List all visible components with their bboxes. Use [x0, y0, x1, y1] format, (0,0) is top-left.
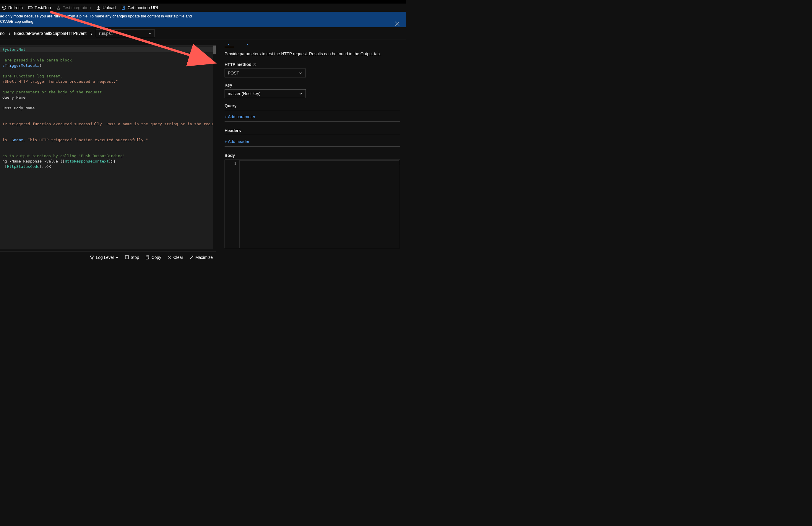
code-line	[0, 52, 213, 58]
code-line: TP triggered function executed successfu…	[0, 121, 213, 127]
code-line	[0, 132, 213, 137]
clear-button[interactable]: Clear	[168, 255, 183, 260]
breadcrumb-sep: \	[89, 31, 93, 36]
code-line: Query.Name	[0, 95, 213, 100]
clear-icon	[168, 255, 171, 259]
log-level-dropdown[interactable]: Log Level	[90, 255, 118, 260]
link-icon	[121, 5, 126, 10]
code-line	[0, 116, 213, 121]
key-select[interactable]: master (Host key)	[224, 89, 306, 98]
breadcrumb-seg-app[interactable]: no	[0, 31, 5, 36]
tab-output[interactable]: Output	[240, 44, 253, 47]
test-run-button[interactable]: Test/Run	[28, 5, 51, 10]
maximize-button[interactable]: Maximize	[190, 255, 213, 260]
code-line	[0, 111, 213, 116]
svg-rect-3	[146, 256, 148, 259]
get-function-url-button[interactable]: Get function URL	[121, 5, 159, 10]
key-value: master (Host key)	[228, 91, 260, 96]
code-line: query parameters or the body of the requ…	[0, 89, 213, 95]
body-gutter: 1	[225, 160, 240, 248]
stop-button[interactable]: Stop	[125, 255, 139, 260]
banner-line-1: ad only mode because you are running fro…	[0, 14, 404, 19]
refresh-button[interactable]: Refresh	[2, 5, 23, 10]
command-bar: Refresh Test/Run Test integration Upload…	[0, 3, 406, 12]
code-line: System.Net	[0, 47, 213, 52]
code-line: es to output bindings by calling 'Push-O…	[0, 154, 213, 159]
add-parameter-link[interactable]: + Add parameter	[224, 112, 400, 122]
code-line: zure Functions log stream.	[0, 74, 213, 79]
test-run-label: Test/Run	[34, 5, 51, 10]
svg-rect-1	[125, 255, 129, 259]
copy-label: Copy	[151, 255, 161, 260]
code-line: sTriggerMetadata)	[0, 63, 213, 68]
panel-description: Provide parameters to test the HTTP requ…	[224, 52, 400, 56]
code-line: lo, $name. This HTTP triggered function …	[0, 137, 213, 143]
svg-rect-0	[28, 6, 32, 9]
editor-scrollbar[interactable]	[213, 45, 216, 54]
code-line	[0, 100, 213, 105]
chevron-down-icon	[299, 71, 303, 75]
copy-icon	[146, 255, 150, 260]
maximize-icon	[190, 255, 193, 259]
breadcrumb-row: no \ ExecutePowerShellScriptonHTTPEvent …	[0, 27, 406, 40]
body-section-label: Body	[224, 153, 400, 158]
code-line	[0, 148, 213, 154]
key-label: Key	[224, 83, 400, 87]
chevron-down-icon	[116, 256, 118, 259]
test-panel: Input Output Provide parameters to test …	[216, 44, 406, 263]
upload-label: Upload	[103, 5, 116, 10]
code-line: rShell HTTP trigger function processed a…	[0, 79, 213, 84]
upload-icon	[96, 5, 101, 10]
copy-button[interactable]: Copy	[146, 255, 161, 260]
code-line: ng -Name Response -Value ([HttpResponseC…	[0, 159, 213, 164]
get-function-url-label: Get function URL	[128, 5, 159, 10]
panel-tabs: Input Output	[224, 44, 400, 47]
body-line-number: 1	[225, 161, 236, 165]
info-icon[interactable]: i	[253, 63, 256, 66]
file-dropdown[interactable]: run.ps1	[96, 30, 155, 37]
window-top-strip	[0, 0, 406, 3]
readonly-banner: ad only mode because you are running fro…	[0, 12, 406, 27]
test-integration-label: Test integration	[63, 5, 91, 10]
breadcrumb-sep: \	[8, 31, 11, 36]
refresh-icon	[2, 5, 6, 10]
upload-button[interactable]: Upload	[96, 5, 116, 10]
refresh-label: Refresh	[8, 5, 23, 10]
filter-icon	[90, 255, 94, 260]
headers-section-label: Headers	[224, 128, 400, 135]
test-run-icon	[28, 5, 33, 10]
code-line	[0, 127, 213, 132]
code-editor-pane: System.Net are passed in via param block…	[0, 44, 216, 263]
chevron-down-icon	[299, 92, 303, 96]
clear-label: Clear	[173, 255, 183, 260]
add-header-link[interactable]: + Add header	[224, 137, 400, 147]
code-line	[0, 143, 213, 148]
code-line	[0, 84, 213, 89]
maximize-label: Maximize	[195, 255, 213, 260]
code-line	[0, 68, 213, 74]
flask-icon	[56, 5, 61, 10]
test-integration-button: Test integration	[56, 5, 91, 10]
code-line: uest.Body.Name	[0, 105, 213, 111]
http-method-value: POST	[228, 71, 239, 75]
chevron-down-icon	[148, 32, 151, 35]
stop-label: Stop	[131, 255, 139, 260]
code-line: [HttpStatusCode]::OK	[0, 164, 213, 169]
body-editor[interactable]: 1	[224, 160, 400, 248]
banner-line-2: CKAGE app setting.	[0, 19, 404, 24]
tab-input[interactable]: Input	[224, 44, 234, 47]
code-line: are passed in via param block.	[0, 58, 213, 63]
console-toolbar: Log Level Stop Copy	[0, 251, 216, 263]
file-dropdown-value: run.ps1	[99, 31, 113, 36]
code-editor[interactable]: System.Net are passed in via param block…	[0, 45, 213, 249]
breadcrumb-seg-function[interactable]: ExecutePowerShellScriptonHTTPEvent	[14, 31, 86, 36]
log-level-label: Log Level	[96, 255, 114, 260]
body-text-area[interactable]	[240, 160, 399, 165]
http-method-label: HTTP method i	[224, 62, 400, 67]
stop-icon	[125, 255, 129, 259]
query-section-label: Query	[224, 103, 400, 110]
http-method-select[interactable]: POST	[224, 69, 306, 77]
close-panel-button[interactable]	[394, 21, 400, 27]
